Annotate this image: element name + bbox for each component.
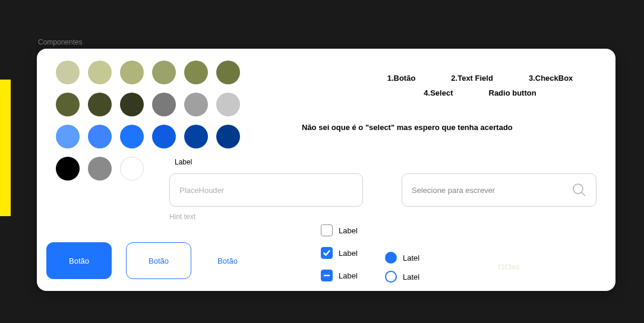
color-swatch[interactable] <box>56 157 80 180</box>
author-note: Não sei oque é o "select" mas espero que… <box>302 122 516 133</box>
radio-row[interactable]: Latel <box>385 271 419 283</box>
list-item: Radio button <box>489 88 536 97</box>
color-swatch[interactable] <box>184 93 208 116</box>
radio-unselected-icon <box>385 271 397 283</box>
color-swatch[interactable] <box>216 125 240 148</box>
checkbox-unchecked-icon <box>321 224 333 236</box>
design-canvas: Label 1.Botão 2.Text Field 3.CheckBox 4.… <box>37 49 615 291</box>
checkbox-label: Label <box>339 226 358 235</box>
search-field[interactable] <box>402 173 596 207</box>
checkbox-row[interactable]: Label <box>321 224 358 236</box>
color-swatch[interactable] <box>184 61 208 84</box>
secondary-button[interactable]: Botão <box>126 242 191 279</box>
search-icon <box>571 182 588 198</box>
list-item: 1.Botão <box>387 74 416 83</box>
radio-label: Latel <box>403 254 419 262</box>
color-swatch[interactable] <box>56 61 80 84</box>
text-button[interactable]: Botão <box>206 256 250 265</box>
radio-row[interactable]: Latel <box>385 252 419 264</box>
search-input[interactable] <box>412 186 571 195</box>
checkbox-label: Label <box>339 271 358 280</box>
checkbox-group: Label Label Label <box>321 224 358 281</box>
list-item: 3.CheckBox <box>529 74 573 83</box>
color-swatch[interactable] <box>120 93 144 116</box>
color-swatch[interactable] <box>152 125 176 148</box>
color-swatch[interactable] <box>56 125 80 148</box>
list-item: 4.Select <box>424 88 453 97</box>
color-swatch[interactable] <box>88 157 112 180</box>
color-swatch[interactable] <box>56 93 80 116</box>
color-swatch[interactable] <box>88 125 112 148</box>
color-swatch[interactable] <box>120 61 144 84</box>
color-swatch[interactable] <box>216 61 240 84</box>
radio-label: Latel <box>403 273 419 281</box>
color-swatch[interactable] <box>152 61 176 84</box>
buttons-row: Botão Botão Botão <box>46 242 250 279</box>
color-swatch[interactable] <box>184 125 208 148</box>
page-title: Componentes <box>38 38 83 46</box>
swatch-label: Label <box>175 158 192 166</box>
color-palette <box>56 61 240 180</box>
color-swatch[interactable] <box>152 93 176 116</box>
component-list: 1.Botão 2.Text Field 3.CheckBox 4.Select… <box>367 74 593 97</box>
checkbox-checked-icon <box>321 247 333 259</box>
text-input[interactable] <box>169 173 363 207</box>
hint-text: Hint text <box>169 213 363 221</box>
svg-line-1 <box>582 192 585 196</box>
radio-group: Latel Latel <box>385 252 419 283</box>
color-swatch[interactable] <box>120 157 144 180</box>
checkbox-indeterminate-icon <box>321 270 333 281</box>
checkbox-row[interactable]: Label <box>321 270 358 281</box>
color-swatch[interactable] <box>216 93 240 116</box>
accent-strip <box>0 80 11 216</box>
checkbox-row[interactable]: Label <box>321 247 358 259</box>
primary-button[interactable]: Botão <box>46 242 112 279</box>
color-swatch[interactable] <box>88 61 112 84</box>
color-swatch[interactable] <box>120 125 144 148</box>
list-item: 2.Text Field <box>451 74 493 83</box>
color-swatch[interactable] <box>88 93 112 116</box>
radio-selected-icon <box>385 252 397 264</box>
textfield-component: Hint text <box>169 173 363 221</box>
checkbox-label: Label <box>339 249 358 258</box>
svg-point-0 <box>573 184 583 194</box>
ghost-hex-label: f3f3ec <box>498 262 520 271</box>
